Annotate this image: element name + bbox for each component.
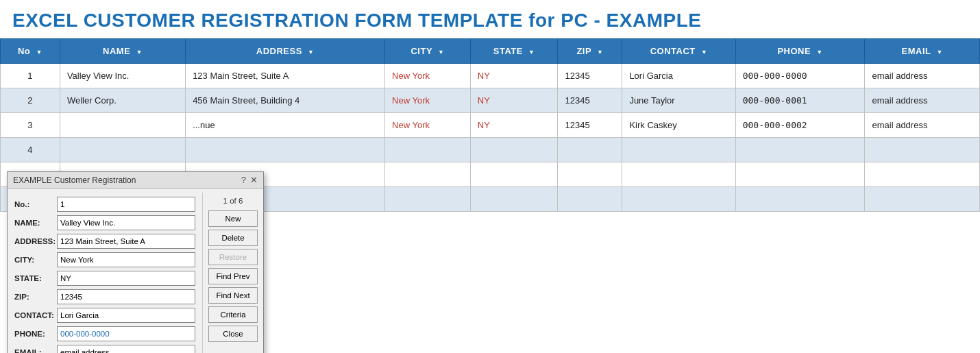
sort-icon-email: ▼ — [936, 49, 942, 56]
sort-icon-state: ▼ — [528, 49, 535, 56]
cell-state — [470, 187, 558, 212]
cell-name: Weller Corp. — [60, 88, 185, 113]
dialog-title-text: EXAMPLE Customer Registration — [13, 175, 136, 185]
cell-name — [60, 113, 185, 138]
sort-icon-no: ▼ — [36, 49, 42, 56]
header-phone[interactable]: PHONE ▼ — [735, 39, 865, 64]
customer-registration-dialog: EXAMPLE Customer Registration ? ✕ No.: N… — [7, 171, 264, 212]
cell-email: email address — [865, 113, 980, 138]
cell-zip — [558, 187, 622, 212]
table-row: 4 — [1, 138, 980, 162]
header-contact[interactable]: CONTACT ▼ — [622, 39, 735, 64]
cell-address: 456 Main Street, Building 4 — [186, 88, 385, 113]
cell-contact: Lori Garcia — [622, 64, 735, 88]
cell-phone: 000-000-0002 — [735, 113, 865, 138]
table-header-row: No ▼ NAME ▼ ADDRESS ▼ CITY ▼ STATE ▼ — [1, 39, 980, 64]
cell-city — [385, 187, 471, 212]
cell-address: ...nue — [186, 113, 385, 138]
no-input[interactable] — [57, 197, 195, 212]
cell-zip — [558, 162, 622, 187]
cell-state — [470, 138, 558, 162]
header-email[interactable]: EMAIL ▼ — [865, 39, 980, 64]
cell-phone: 000-000-0001 — [735, 88, 865, 113]
cell-city: New York — [385, 113, 471, 138]
dialog-buttons-panel: 1 of 6 New Delete Restore Find Prev Find… — [203, 193, 263, 212]
cell-contact — [622, 187, 735, 212]
cell-city — [385, 138, 471, 162]
table-row: 2Weller Corp.456 Main Street, Building 4… — [1, 88, 980, 113]
cell-state: NY — [470, 64, 558, 88]
cell-address — [186, 138, 385, 162]
sort-icon-address: ▼ — [308, 49, 314, 56]
cell-city: New York — [385, 64, 471, 88]
cell-zip: 12345 — [558, 113, 622, 138]
dialog-help-icon[interactable]: ? — [241, 175, 246, 185]
cell-city: New York — [385, 88, 471, 113]
header-state[interactable]: STATE ▼ — [470, 39, 558, 64]
cell-phone — [735, 187, 865, 212]
cell-contact — [622, 162, 735, 187]
cell-no: 3 — [1, 113, 60, 138]
dialog-close-icon[interactable]: ✕ — [250, 175, 258, 185]
field-no: No.: — [14, 197, 195, 212]
cell-no: 2 — [1, 88, 60, 113]
cell-email — [865, 138, 980, 162]
page-title: EXCEL CUSTOMER REGISTRATION FORM TEMPLAT… — [0, 0, 980, 38]
cell-email — [865, 187, 980, 212]
sort-icon-zip: ▼ — [597, 49, 603, 56]
cell-zip: 12345 — [558, 88, 622, 113]
cell-no: 4 — [1, 138, 60, 162]
dialog-body: No.: NAME: ADDRESS: CITY: STATE: ZIP: — [8, 188, 263, 212]
table-row: 1Valley View Inc.123 Main Street, Suite … — [1, 64, 980, 88]
header-city[interactable]: CITY ▼ — [385, 39, 471, 64]
cell-no: 1 — [1, 64, 60, 88]
sort-icon-phone: ▼ — [816, 49, 822, 56]
dialog-titlebar: EXAMPLE Customer Registration ? ✕ — [8, 172, 263, 188]
header-name[interactable]: NAME ▼ — [60, 39, 185, 64]
cell-email — [865, 162, 980, 187]
cell-phone — [735, 162, 865, 187]
header-address[interactable]: ADDRESS ▼ — [186, 39, 385, 64]
cell-phone: 000-000-0000 — [735, 64, 865, 88]
cell-zip — [558, 138, 622, 162]
cell-state — [470, 162, 558, 187]
cell-name — [60, 138, 185, 162]
no-label: No.: — [14, 200, 57, 208]
table-row: 3...nueNew YorkNY12345Kirk Caskey000-000… — [1, 113, 980, 138]
cell-state: NY — [470, 88, 558, 113]
record-info: 1 of 6 — [208, 197, 258, 205]
header-zip[interactable]: ZIP ▼ — [558, 39, 622, 64]
cell-phone — [735, 138, 865, 162]
cell-state: NY — [470, 113, 558, 138]
cell-city — [385, 162, 471, 187]
cell-email: email address — [865, 64, 980, 88]
dialog-titlebar-controls: ? ✕ — [241, 175, 258, 185]
sort-icon-contact: ▼ — [701, 49, 707, 56]
sort-icon-name: ▼ — [136, 49, 143, 56]
cell-address: 123 Main Street, Suite A — [186, 64, 385, 88]
new-button[interactable]: New — [208, 210, 258, 212]
sort-icon-city: ▼ — [438, 49, 444, 56]
header-no[interactable]: No ▼ — [1, 39, 60, 64]
cell-contact — [622, 138, 735, 162]
dialog-form: No.: NAME: ADDRESS: CITY: STATE: ZIP: — [8, 193, 203, 212]
cell-contact: Kirk Caskey — [622, 113, 735, 138]
cell-name: Valley View Inc. — [60, 64, 185, 88]
cell-email: email address — [865, 88, 980, 113]
cell-contact: June Taylor — [622, 88, 735, 113]
cell-zip: 12345 — [558, 64, 622, 88]
